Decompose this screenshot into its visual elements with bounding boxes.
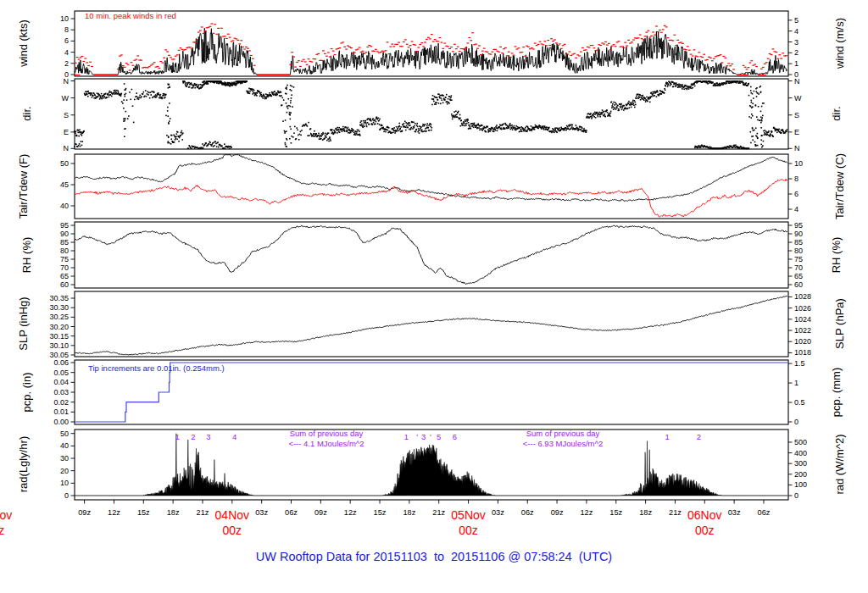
rad-hour-mark: 2	[697, 432, 701, 441]
ytick-label-pcp-right: 1	[794, 379, 798, 387]
ytick-label-slp-right: 1028	[794, 292, 811, 301]
rad-sum-1-line1: Sum of previous day	[288, 429, 364, 439]
ytick-label-rh: 85	[60, 238, 69, 247]
ytick-label-rad-right: 300	[794, 459, 807, 468]
ytick-label-wind-right: 3	[794, 38, 798, 47]
ytick-label-rh-right: 95	[794, 221, 803, 230]
ytick-label-wind-right: 2	[794, 48, 798, 57]
xtick-label: 09z	[78, 508, 91, 517]
xtick-label: 21z	[197, 508, 209, 517]
xtick-label: 21z	[669, 508, 682, 517]
x-axis: 09z12z15z18z21z03z06z09z12z15z18z21z03z0…	[0, 500, 771, 537]
ytick-label-slp-right: 1022	[794, 326, 811, 335]
ytick-label-rh: 75	[60, 255, 69, 263]
ytick-label-rh-right: 60	[794, 280, 803, 289]
axis-title-rh-right: RH (%)	[830, 237, 843, 274]
ytick-label-rh: 70	[60, 263, 69, 272]
xtick-label: 12z	[344, 508, 357, 517]
ytick-label-dir-right: E	[794, 128, 799, 136]
ytick-label-pcp-right: 0	[794, 418, 798, 426]
rad-hour-mark: 1	[175, 432, 180, 441]
ytick-label-dir: S	[64, 111, 69, 119]
ytick-label-rad: 20	[60, 467, 69, 475]
series-Tdew	[75, 179, 787, 217]
ytick-label-wind-right: 4	[794, 27, 798, 36]
xtick-label: 06z	[285, 508, 298, 517]
rad-hour-mark: 1	[404, 432, 409, 441]
ytick-label-rad-right: 200	[794, 470, 807, 479]
ytick-label-pcp-right: 0.5	[794, 398, 805, 407]
xtick-label: 18z	[639, 508, 652, 517]
xtick-label: 15z	[137, 508, 150, 517]
ytick-label-slp-right: 1018	[794, 348, 811, 357]
rad-hour-mark: '	[430, 432, 431, 441]
date-label: 06Nov	[687, 508, 721, 522]
xtick-label: 06z	[521, 508, 534, 517]
ytick-label-pcp: 0.05	[53, 369, 69, 377]
ytick-label-rad: 50	[60, 430, 69, 438]
ytick-label-slp: 30.30	[49, 303, 69, 312]
xtick-label: 15z	[609, 508, 622, 517]
axis-title-rh-left: RH (%)	[20, 237, 33, 274]
xtick-label: 06z	[758, 508, 771, 517]
ytick-label-rh: 60	[60, 280, 69, 289]
axis-title-rad-left: rad(Lgly/hr)	[17, 436, 30, 492]
ytick-label-rh-right: 65	[794, 272, 803, 280]
dir-dots	[74, 80, 787, 149]
ytick-label-rh: 95	[60, 221, 69, 230]
xtick-label: 09z	[314, 508, 327, 517]
date-label: 05Nov	[451, 508, 485, 522]
xtick-label: 03z	[492, 508, 504, 517]
ytick-label-rh-right: 80	[794, 247, 803, 255]
axis-title-dir-right: dir.	[830, 106, 843, 120]
rad-sum-2-line1: Sum of previous day	[523, 429, 603, 439]
series-RH	[75, 225, 787, 285]
ytick-label-tair: 50	[60, 159, 69, 168]
ytick-label-rad: 40	[60, 441, 69, 450]
xtick-label: 18z	[167, 508, 180, 517]
ytick-label-wind-right: 5	[794, 16, 798, 25]
ytick-label-wind: 4	[64, 48, 69, 57]
axis-title-tair-right: Tair/Tdew (C)	[833, 153, 846, 219]
meteogram-page: 0246810012345NWSENNWSEN40455046810606570…	[0, 0, 868, 593]
rad-hour-mark: 5	[437, 432, 441, 441]
date-label: 03Nov	[0, 508, 12, 522]
ytick-label-tair-right: 4	[794, 205, 798, 213]
axis-title-tair-left: Tair/Tdew (F)	[17, 154, 30, 219]
rad-hour-mark: 6	[453, 432, 457, 441]
series-SLP	[75, 296, 787, 356]
rad-sum-1-line2: <--- 4.1 MJoules/m^2	[288, 439, 364, 449]
ytick-label-rh-right: 85	[794, 238, 803, 247]
ytick-label-dir: N	[64, 77, 70, 86]
xtick-label: 12z	[581, 508, 593, 517]
xtick-label: 18z	[403, 508, 415, 517]
axis-title-rad-right: rad (W/m^2)	[833, 434, 846, 494]
rad-series: 12341'3'5612	[75, 432, 787, 496]
xtick-label: 21z	[432, 508, 445, 517]
series-Tair	[75, 155, 787, 202]
pcp-tip-note: Tip increments are 0.01in. (0.254mm.)	[88, 363, 225, 373]
ytick-label-tair-right: 10	[794, 159, 803, 168]
page-title: UW Rooftop Data for 20151103 to 20151106…	[256, 550, 612, 563]
ytick-label-dir-right: W	[794, 94, 802, 103]
ytick-label-wind: 8	[64, 25, 69, 34]
rad-hour-mark: 2	[191, 432, 195, 441]
meteogram-plot: 0246810012345NWSENNWSEN40455046810606570…	[0, 0, 868, 593]
axis-title-slp-left: SLP (inHg)	[17, 296, 30, 350]
axis-title-dir-left: dir.	[20, 106, 33, 120]
date-label: 04Nov	[215, 508, 249, 522]
ytick-label-pcp: 0.02	[53, 398, 69, 407]
date-label-hour: 00z	[459, 524, 478, 537]
ytick-label-rad: 10	[60, 479, 69, 487]
rad-hour-mark: 1	[665, 432, 670, 441]
ytick-label-rh: 65	[60, 272, 69, 280]
ytick-label-tair: 45	[60, 180, 69, 189]
ytick-label-rad-right: 500	[794, 438, 807, 446]
ytick-label-tair-right: 6	[794, 190, 798, 198]
axis-title-wind-left: wind (kts)	[17, 19, 30, 67]
ytick-label-wind: 10	[60, 14, 69, 23]
ytick-label-wind: 6	[64, 36, 69, 45]
wind-peak-legend: 10 min. peak winds in red	[85, 11, 176, 20]
ytick-label-dir-right: S	[794, 111, 799, 119]
ytick-label-rad: 30	[60, 454, 69, 463]
